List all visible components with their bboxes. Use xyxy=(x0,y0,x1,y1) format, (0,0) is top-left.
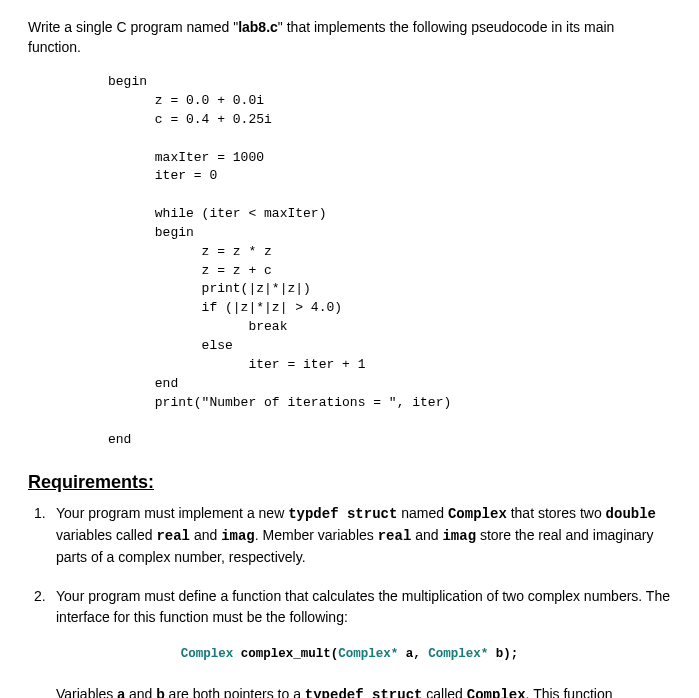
requirement-number: 1. xyxy=(34,503,52,524)
requirements-heading: Requirements: xyxy=(28,470,671,495)
requirement-text: and xyxy=(190,527,221,543)
intro-paragraph: Write a single C program named "lab8.c" … xyxy=(28,18,671,57)
param1-type: Complex* xyxy=(338,647,398,661)
requirement-text: imag xyxy=(442,528,476,544)
continuation-text: Complex xyxy=(467,687,526,698)
sig-comma: , xyxy=(413,647,428,661)
requirement-text: typdef struct xyxy=(288,506,397,522)
requirement-text: and xyxy=(411,527,442,543)
requirement-text: Your program must implement a new xyxy=(56,505,288,521)
requirement-text: real xyxy=(378,528,412,544)
continuation-paragraph: Variables a and b are both pointers to a… xyxy=(56,684,671,698)
return-type: Complex xyxy=(181,647,241,661)
function-signature: Complex complex_mult(Complex* a, Complex… xyxy=(28,646,671,664)
continuation-text: are both pointers to a xyxy=(165,686,305,698)
requirement-item: 2.Your program must define a function th… xyxy=(56,586,671,628)
requirement-text: imag xyxy=(221,528,255,544)
continuation-text: b xyxy=(156,686,165,698)
intro-filename: lab8.c xyxy=(238,19,278,35)
requirements-list: 1.Your program must implement a new typd… xyxy=(56,503,671,628)
continuation-text: Variables xyxy=(56,686,117,698)
continuation-text: and xyxy=(125,686,156,698)
requirement-text: Complex xyxy=(448,506,507,522)
continuation-text: typedef struct xyxy=(305,687,423,698)
requirement-text: . Member variables xyxy=(255,527,378,543)
continuation-text: called xyxy=(422,686,466,698)
continuation-text: a xyxy=(117,686,125,698)
intro-part1: Write a single C program named " xyxy=(28,19,238,35)
requirement-text: Your program must define a function that… xyxy=(56,588,670,625)
requirement-text: double xyxy=(606,506,656,522)
requirement-text: named xyxy=(397,505,448,521)
requirement-item: 1.Your program must implement a new typd… xyxy=(56,503,671,568)
pseudocode-block: begin z = 0.0 + 0.0i c = 0.4 + 0.25i max… xyxy=(108,73,671,450)
requirement-number: 2. xyxy=(34,586,52,607)
param2-name: b xyxy=(488,647,503,661)
func-name: complex_mult xyxy=(241,647,331,661)
param1-name: a xyxy=(398,647,413,661)
param2-type: Complex* xyxy=(428,647,488,661)
paren-close: ); xyxy=(503,647,518,661)
requirement-text: variables called xyxy=(56,527,156,543)
requirement-text: that stores two xyxy=(507,505,606,521)
requirement-text: real xyxy=(156,528,190,544)
